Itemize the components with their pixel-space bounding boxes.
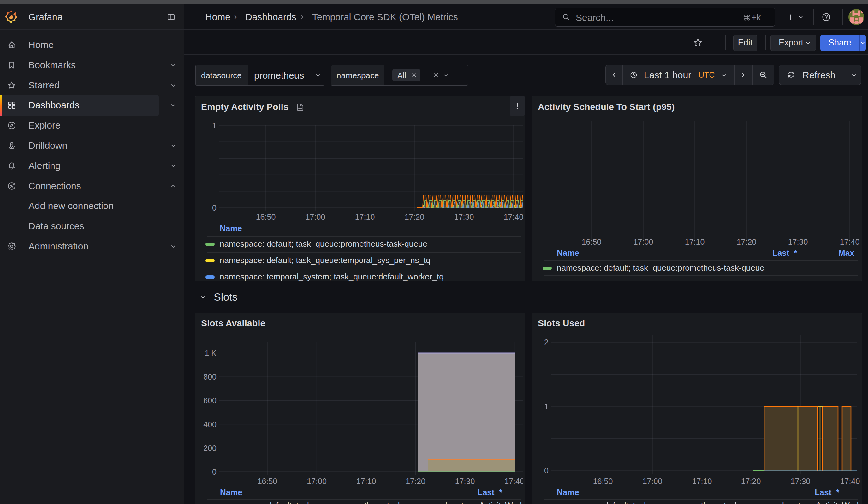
svg-text:1: 1 xyxy=(212,121,217,130)
svg-text:16:50: 16:50 xyxy=(258,477,277,486)
svg-text:1 K: 1 K xyxy=(205,349,217,358)
svg-text:17:20: 17:20 xyxy=(405,213,425,222)
svg-text:17:40: 17:40 xyxy=(504,213,523,222)
svg-text:0: 0 xyxy=(212,203,217,212)
svg-text:600: 600 xyxy=(203,396,217,405)
svg-text:17:30: 17:30 xyxy=(788,237,808,246)
svg-text:17:30: 17:30 xyxy=(454,213,474,222)
svg-text:+k: +k xyxy=(752,13,761,22)
svg-text:17:20: 17:20 xyxy=(406,477,425,486)
svg-text:17:00: 17:00 xyxy=(307,477,327,486)
svg-text:2: 2 xyxy=(544,338,549,347)
svg-text:17:30: 17:30 xyxy=(790,477,810,486)
svg-text:800: 800 xyxy=(203,372,217,381)
svg-text:17:10: 17:10 xyxy=(355,213,375,222)
svg-text:17:40: 17:40 xyxy=(840,237,860,246)
svg-text:17:10: 17:10 xyxy=(685,237,705,246)
svg-text:0: 0 xyxy=(544,466,549,475)
svg-text:16:50: 16:50 xyxy=(582,237,602,246)
svg-text:17:20: 17:20 xyxy=(737,237,757,246)
svg-text:17:40: 17:40 xyxy=(504,477,523,486)
svg-text:17:00: 17:00 xyxy=(643,477,662,486)
svg-text:17:40: 17:40 xyxy=(840,477,860,486)
svg-text:16:50: 16:50 xyxy=(256,213,276,222)
svg-text:17:00: 17:00 xyxy=(633,237,653,246)
svg-text:17:10: 17:10 xyxy=(356,477,376,486)
svg-text:17:10: 17:10 xyxy=(692,477,712,486)
svg-text:200: 200 xyxy=(203,444,217,453)
svg-text:400: 400 xyxy=(203,420,217,429)
svg-text:1: 1 xyxy=(544,402,549,411)
svg-text:16:50: 16:50 xyxy=(593,477,613,486)
svg-text:17:00: 17:00 xyxy=(306,213,326,222)
svg-text:17:20: 17:20 xyxy=(741,477,761,486)
svg-text:17:30: 17:30 xyxy=(455,477,475,486)
svg-text:0: 0 xyxy=(212,467,217,476)
